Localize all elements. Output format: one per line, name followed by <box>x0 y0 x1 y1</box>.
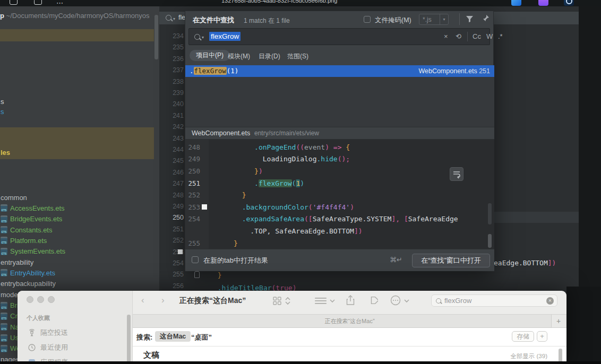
color-swatch-marker[interactable] <box>202 204 207 210</box>
chevron-down-icon[interactable] <box>404 299 409 303</box>
file-mask-checkbox[interactable] <box>364 16 371 23</box>
scope-this-mac[interactable]: 这台Mac <box>155 331 191 342</box>
gutter-line-number[interactable]: 254 <box>159 258 184 268</box>
filter-icon[interactable] <box>466 15 474 23</box>
tab-in-project[interactable]: 项目中(P) <box>190 50 230 61</box>
preview-code-line[interactable]: 255 } <box>185 237 494 249</box>
gutter-line-number[interactable]: 249 <box>159 201 184 212</box>
search-result-row[interactable]: .flexGrow(1) WebComponent.ets 251 <box>185 65 494 77</box>
gutter-line-number[interactable]: 245 <box>159 155 184 166</box>
clear-icon[interactable]: × <box>444 32 448 40</box>
tree-item[interactable]: entryability <box>1 257 154 267</box>
code-line[interactable]: eaEdge.BOTTOM]) <box>494 257 556 268</box>
minimize-button[interactable] <box>37 296 44 303</box>
tree-item[interactable]: common <box>1 192 154 203</box>
purple-app-icon[interactable] <box>538 0 548 6</box>
scope-desktop[interactable]: “桌面” <box>191 333 212 342</box>
gutter-line-number[interactable]: 235 <box>159 42 184 53</box>
tree-scrollbar[interactable] <box>154 15 158 59</box>
more-actions-icon[interactable] <box>390 295 401 306</box>
preview-code-line[interactable]: 249 LoadingDialog.hide(); <box>185 153 494 166</box>
gutter-line-number[interactable]: 237 <box>159 65 184 75</box>
tab-scope[interactable]: 范围(S) <box>287 52 308 61</box>
chevron-down-icon[interactable]: ▾ <box>440 14 448 24</box>
color-swatch-marker[interactable] <box>178 249 183 254</box>
tree-item[interactable]: ETSEntryAbility.ets <box>1 267 154 278</box>
gutter-line-number[interactable]: 243 <box>159 133 184 144</box>
gutter-line-number[interactable]: 246 <box>159 167 184 178</box>
finder-search-field[interactable]: flexGrow × <box>431 294 557 307</box>
tree-item[interactable]: entrybackupability <box>1 279 154 289</box>
gutter-line-number[interactable]: 238 <box>159 76 184 87</box>
gutter-line-number[interactable]: 250 <box>159 212 184 223</box>
chevron-down-icon[interactable]: ▾ <box>202 35 204 40</box>
zoom-button[interactable] <box>48 296 55 303</box>
preview-scrollbar[interactable] <box>488 203 492 224</box>
add-criteria-button[interactable]: + <box>551 315 565 327</box>
show-all-link[interactable]: 全部显示 (39) <box>510 352 547 360</box>
preview-code-line[interactable]: 251 .flexGrow(1) <box>185 177 494 189</box>
back-button[interactable]: ‹ <box>141 295 144 306</box>
preview-code-line[interactable]: 252 } <box>185 189 494 201</box>
tab-directory[interactable]: 目录(D) <box>259 52 280 61</box>
group-by-icon[interactable] <box>315 297 327 305</box>
code-line[interactable]: } <box>188 270 222 281</box>
search-query-selected[interactable]: flexGrow <box>209 32 241 41</box>
gutter-line-number[interactable]: 247 <box>159 178 184 189</box>
view-switcher-chevrons-icon[interactable] <box>285 296 291 306</box>
gutter-line-number[interactable]: 239 <box>159 88 184 98</box>
finder-search-value[interactable]: flexGrow <box>444 297 471 305</box>
tab-module[interactable]: 模块(M) <box>228 52 250 61</box>
save-search-button[interactable]: 存储 <box>512 331 534 342</box>
sidebar-scrollbar[interactable] <box>127 315 131 364</box>
gutter-line-number[interactable]: 242 <box>159 122 184 132</box>
regex-toggle[interactable]: .* <box>498 32 503 40</box>
tree-item[interactable]: ETSPlatform.ets <box>1 235 154 246</box>
gutter-line-number[interactable]: 234 <box>159 31 184 41</box>
more-icon[interactable]: ⋯ <box>56 0 64 7</box>
match-case-toggle[interactable]: Cc <box>473 32 481 40</box>
preview-code-line[interactable]: 248 .onPageEnd((event) => { <box>185 141 494 153</box>
add-rule-button[interactable]: + <box>537 331 547 342</box>
preview-code-line[interactable]: 254 .expandSafeArea([SafeAreaType.SYSTEM… <box>185 213 494 226</box>
preview-filename[interactable]: WebComponent.ets <box>192 129 250 137</box>
pin-icon[interactable] <box>482 14 490 22</box>
code-preview[interactable]: 248 .onPageEnd((event) => {249 LoadingDi… <box>185 140 494 249</box>
gutter-line-number[interactable]: 248 <box>159 190 184 201</box>
tag-icon[interactable] <box>368 296 378 305</box>
device-icon[interactable] <box>10 0 18 5</box>
open-in-find-window-button[interactable]: 在“查找”窗口中打开 <box>412 254 490 267</box>
gutter-line-number[interactable]: 244 <box>159 144 184 155</box>
results-list-area[interactable] <box>185 77 494 127</box>
blue-app-icon[interactable] <box>511 0 521 6</box>
search-app-icon[interactable] <box>564 0 574 6</box>
tree-item[interactable]: ETSAccessEvents.ets <box>1 203 154 213</box>
gutter-line-number[interactable]: 256 <box>159 281 184 291</box>
tree-item[interactable]: ETSSystemEvents.ets <box>1 246 154 257</box>
clear-search-icon[interactable]: × <box>546 297 554 305</box>
open-in-new-tab-checkbox[interactable] <box>192 256 199 263</box>
soft-wrap-button[interactable] <box>450 167 463 181</box>
tree-item[interactable]: ETSConstants.ets <box>1 224 154 235</box>
file-mask-combo[interactable]: *.js ▾ <box>419 14 449 25</box>
gutter-line-number[interactable]: 236 <box>159 54 184 64</box>
gutter-line-number[interactable]: 241 <box>159 110 184 121</box>
whole-words-toggle[interactable]: W <box>486 32 493 40</box>
icon-view-icon[interactable] <box>272 296 282 306</box>
preview-code-line[interactable]: 253 .backgroundColor('#f4f4f4') <box>185 201 494 213</box>
close-button[interactable] <box>27 296 33 303</box>
tree-item[interactable]: ETSBridgeEvents.ets <box>1 214 154 224</box>
forward-button[interactable]: › <box>161 295 165 306</box>
gutter-line-number[interactable]: 252 <box>159 235 184 246</box>
chevron-down-icon[interactable] <box>330 299 335 303</box>
preview-scrollbar-handle[interactable] <box>488 234 492 248</box>
search-field[interactable]: ▾ flexGrow × ⟲ Cc W .* <box>188 28 490 45</box>
window-icon[interactable] <box>34 0 42 5</box>
gutter-line-number[interactable]: 240 <box>159 99 184 109</box>
history-icon[interactable]: ⟲ <box>456 32 461 40</box>
gutter-line-number[interactable]: 251 <box>159 224 184 235</box>
preview-code-line[interactable]: .TOP, SafeAreaEdge.BOTTOM]) <box>185 225 494 237</box>
gutter-line-number[interactable]: 255 <box>159 269 184 280</box>
sidebar-item-recents[interactable]: 最近使用 <box>28 343 68 352</box>
sidebar-item-airdrop[interactable]: 隔空投送 <box>28 328 68 337</box>
